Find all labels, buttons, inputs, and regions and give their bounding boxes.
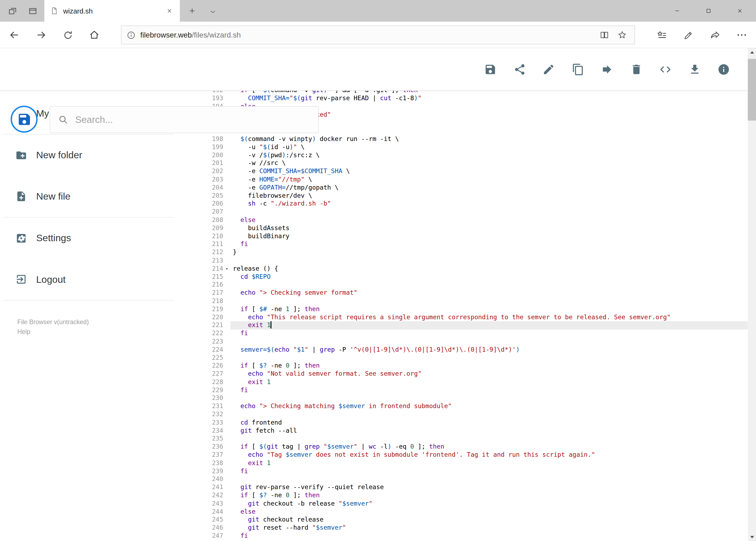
- code-line-text[interactable]: fi: [230, 386, 748, 394]
- home-button[interactable]: [85, 26, 103, 44]
- code-line-text[interactable]: fi: [230, 329, 748, 337]
- code-line-text[interactable]: [230, 297, 748, 305]
- tabs-set-aside-button[interactable]: [5, 4, 20, 18]
- search-input[interactable]: [75, 114, 311, 125]
- code-line-227[interactable]: 227 echo "Not valid semver format. See s…: [202, 370, 748, 378]
- window-maximize-button[interactable]: [697, 0, 719, 22]
- code-line-220[interactable]: 220 echo "This release script requires a…: [202, 313, 748, 321]
- code-line-text[interactable]: }: [230, 249, 748, 257]
- code-line-text[interactable]: -w //src \: [230, 159, 748, 168]
- code-line-211[interactable]: 211 fi: [202, 241, 748, 249]
- code-line-225[interactable]: 225: [202, 354, 748, 362]
- code-line-223[interactable]: 223: [202, 337, 748, 346]
- code-line-text[interactable]: [230, 337, 748, 346]
- code-line-241[interactable]: 241 git rev-parse --verify --quiet relea…: [202, 483, 748, 492]
- code-line-text[interactable]: git reset --hard "$semver": [230, 524, 748, 532]
- code-line-200[interactable]: 200 -v /$(pwd):/src:z \: [202, 151, 748, 159]
- code-editor[interactable]: 192 if [ "$(command -v git)" ] && [ -d .…: [202, 91, 748, 541]
- code-line-text[interactable]: sh -c "./wizard.sh -b": [230, 200, 748, 208]
- code-line-244[interactable]: 244 else: [202, 508, 748, 516]
- code-line-215[interactable]: 215 cd $REPO: [202, 273, 748, 281]
- code-line-text[interactable]: [230, 257, 748, 265]
- code-line-text[interactable]: fi: [230, 241, 748, 249]
- web-note-button[interactable]: [679, 26, 697, 44]
- code-line-193[interactable]: 193 COMMIT_SHA="$(git rev-parse HEAD | c…: [202, 95, 748, 103]
- code-line-text[interactable]: filebrowser/dev \: [230, 192, 748, 200]
- code-line-235[interactable]: 235: [202, 435, 748, 443]
- code-line-text[interactable]: COMMIT_SHA="$(git rev-parse HEAD | cut -…: [230, 95, 748, 103]
- code-line-230[interactable]: 230: [202, 394, 748, 402]
- reading-view-button[interactable]: [597, 28, 612, 42]
- download-button[interactable]: [688, 63, 701, 76]
- code-line-204[interactable]: 204 -e GOPATH=//tmp/gopath \: [202, 184, 748, 192]
- code-line-231[interactable]: 231 echo "> Checking matching $semver in…: [202, 402, 748, 410]
- code-line-228[interactable]: 228 exit 1: [202, 378, 748, 386]
- window-close-button[interactable]: [728, 0, 751, 22]
- code-line-222[interactable]: 222 fi: [202, 329, 748, 337]
- code-line-text[interactable]: if [ $? -ne 0 ]; then: [230, 492, 748, 500]
- code-line-240[interactable]: 240: [202, 475, 748, 483]
- scrollbar-up-arrow[interactable]: [748, 48, 756, 56]
- code-line-text[interactable]: [230, 410, 748, 419]
- tab-previews-toggle-button[interactable]: [205, 4, 220, 19]
- code-line-218[interactable]: 218: [202, 297, 748, 305]
- code-line-text[interactable]: if [ $(git tag | grep "$semver" | wc -l)…: [230, 443, 748, 451]
- code-line-198[interactable]: 198 $(command -v winpty) docker run --rm…: [202, 135, 748, 143]
- code-line-text[interactable]: buildAssets: [230, 224, 748, 232]
- new-tab-button[interactable]: [185, 4, 199, 18]
- code-line-text[interactable]: [230, 281, 748, 289]
- code-line-192[interactable]: 192 if [ "$(command -v git)" ] && [ -d .…: [202, 91, 748, 95]
- code-line-232[interactable]: 232: [202, 410, 748, 419]
- code-line-234[interactable]: 234 git fetch --all: [202, 427, 748, 435]
- code-line-text[interactable]: cd frontend: [230, 419, 748, 427]
- code-line-text[interactable]: echo "Not valid semver format. See semve…: [230, 370, 748, 378]
- code-line-226[interactable]: 226 if [ $? -ne 0 ]; then: [202, 362, 748, 370]
- code-line-243[interactable]: 243 git checkout -b release "$semver": [202, 500, 748, 508]
- code-line-text[interactable]: if [ $? -ne 0 ]; then: [230, 362, 748, 370]
- code-line-203[interactable]: 203 -e HOME="//tmp" \: [202, 176, 748, 184]
- fold-marker-icon[interactable]: ▾: [223, 265, 230, 273]
- share-button[interactable]: [513, 63, 526, 76]
- code-line-236[interactable]: 236 if [ $(git tag | grep "$semver" | wc…: [202, 443, 748, 451]
- code-line-text[interactable]: git checkout release: [230, 516, 748, 524]
- forward-button[interactable]: [32, 26, 50, 44]
- code-line-text[interactable]: fi: [230, 532, 748, 540]
- tab-close-button[interactable]: [165, 6, 174, 15]
- code-line-text[interactable]: -u "$(id -u)" \: [230, 143, 748, 151]
- sidebar-item-logout[interactable]: Logout: [0, 259, 202, 300]
- code-line-text[interactable]: else: [230, 508, 748, 516]
- help-link[interactable]: Help: [17, 327, 30, 337]
- code-line-233[interactable]: 233 cd frontend: [202, 419, 748, 427]
- code-line-201[interactable]: 201 -w //src \: [202, 159, 748, 168]
- code-line-text[interactable]: exit 1: [230, 459, 748, 467]
- hub-favorites-button[interactable]: [653, 26, 671, 44]
- move-button[interactable]: [601, 63, 613, 76]
- site-info-icon[interactable]: [126, 30, 136, 40]
- code-line-text[interactable]: -v /$(pwd):/src:z \: [230, 151, 748, 159]
- code-line-text[interactable]: if [ $# -ne 1 ]; then: [230, 305, 748, 313]
- code-line-247[interactable]: 247 fi: [202, 532, 748, 540]
- search-box[interactable]: [50, 106, 319, 133]
- add-favorite-button[interactable]: [615, 28, 630, 42]
- scrollbar-down-arrow[interactable]: [748, 533, 756, 541]
- share-page-button[interactable]: [706, 26, 724, 44]
- code-line-213[interactable]: 213: [202, 257, 748, 265]
- code-line-text[interactable]: release () {: [230, 265, 748, 273]
- code-line-246[interactable]: 246 git reset --hard "$semver": [202, 524, 748, 532]
- code-line-text[interactable]: cd $REPO: [230, 273, 748, 281]
- code-line-206[interactable]: 206 sh -c "./wizard.sh -b": [202, 200, 748, 208]
- more-menu-button[interactable]: [733, 26, 751, 44]
- code-line-237[interactable]: 237 echo "Tag $semver does not exist in …: [202, 451, 748, 459]
- copy-button[interactable]: [572, 63, 584, 76]
- code-line-text[interactable]: [230, 208, 748, 216]
- sidebar-item-settings[interactable]: Settings: [0, 218, 202, 259]
- code-line-208[interactable]: 208 else: [202, 216, 748, 224]
- back-button[interactable]: [5, 26, 23, 44]
- code-line-text[interactable]: git fetch --all: [230, 427, 748, 435]
- code-line-239[interactable]: 239 fi: [202, 467, 748, 475]
- code-line-text[interactable]: echo "> Checking matching $semver in fro…: [230, 402, 748, 410]
- code-line-224[interactable]: 224 semver=$(echo "$1" | grep -P '^v(0|[…: [202, 346, 748, 354]
- info-button[interactable]: [717, 63, 730, 76]
- code-line-text[interactable]: git checkout -b release "$semver": [230, 500, 748, 508]
- rename-button[interactable]: [543, 63, 555, 76]
